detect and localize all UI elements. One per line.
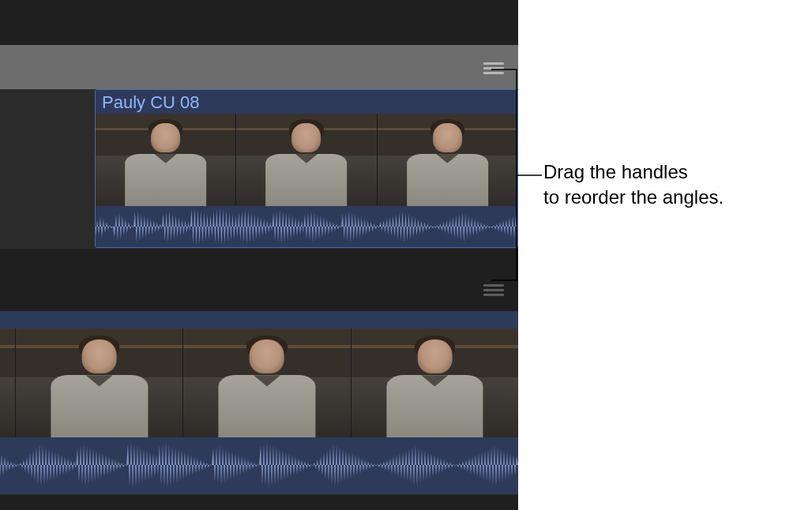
clip-filmstrip (0, 328, 518, 437)
clip-filmstrip (96, 114, 517, 207)
annotation-text: Drag the handles to reorder the angles. (543, 159, 724, 211)
angle-lane-1-header (0, 45, 518, 89)
clip-thumb (96, 114, 236, 207)
clip-thumb (236, 114, 377, 207)
annotation-leader-line (490, 0, 545, 316)
clip-thumb (183, 328, 351, 437)
clip-angle-2[interactable] (0, 311, 518, 494)
angle-lane-2 (0, 267, 518, 495)
annotation-line: Drag the handles (543, 161, 688, 182)
clip-thumb (351, 328, 518, 437)
clip-pauly-cu-08[interactable]: Pauly CU 08 (95, 89, 518, 248)
clip-bottom-strip (0, 489, 518, 494)
angle-lane-2-header (0, 267, 518, 311)
angle-editor: Pauly CU 08 (0, 0, 518, 510)
clip-title: Pauly CU 08 (102, 92, 200, 113)
angle-lane-1: Pauly CU 08 (0, 45, 518, 249)
annotation-line: to reorder the angles. (543, 186, 724, 208)
clip-audio-waveform (96, 206, 517, 247)
clip-audio-waveform (0, 441, 518, 489)
clip-thumb (16, 328, 183, 437)
annotation-area: Drag the handles to reorder the angles. (518, 0, 812, 510)
clip-thumb (0, 328, 16, 437)
clip-title-bar (0, 311, 518, 328)
